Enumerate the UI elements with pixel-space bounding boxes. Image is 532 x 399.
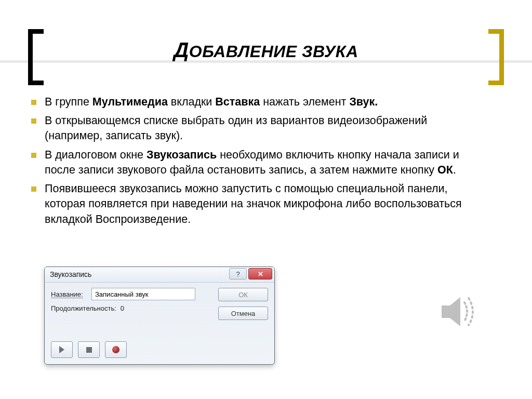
- close-button[interactable]: ✕: [248, 268, 272, 280]
- record-button[interactable]: [105, 341, 127, 358]
- dialog-title: Звукозапись: [50, 270, 91, 278]
- name-label: Название:: [51, 290, 91, 298]
- duration-label: Продолжительность:: [51, 304, 116, 312]
- bullet-item: В диалоговом окне Звукозапись необходимо…: [29, 148, 486, 178]
- speaker-icon: [432, 286, 484, 338]
- record-icon: [112, 346, 119, 353]
- sound-record-dialog: Звукозапись ? ✕ Название: Продолжительно…: [44, 267, 275, 365]
- duration-value: 0: [121, 304, 124, 312]
- bullet-list: В группе Мультимедиа вкладки Вставка наж…: [29, 95, 486, 231]
- bullet-item: В открывающемся списке выбрать один из в…: [29, 113, 486, 143]
- help-button[interactable]: ?: [229, 268, 247, 280]
- stop-icon: [86, 347, 92, 353]
- name-input[interactable]: [91, 288, 195, 300]
- bullet-item: В группе Мультимедиа вкладки Вставка наж…: [29, 95, 486, 110]
- play-icon: [59, 346, 64, 353]
- bullet-item: Появившееся звукозапись можно запустить …: [29, 181, 486, 227]
- slide-title: ДОБАВЛЕНИЕ ЗВУКА: [0, 38, 532, 62]
- ok-button[interactable]: ОК: [218, 288, 268, 301]
- question-icon: ?: [236, 270, 240, 278]
- play-button[interactable]: [51, 341, 73, 358]
- dialog-titlebar[interactable]: Звукозапись ? ✕: [45, 267, 274, 283]
- svg-marker-0: [442, 297, 460, 326]
- stop-button[interactable]: [78, 341, 100, 358]
- close-icon: ✕: [258, 270, 263, 278]
- cancel-button[interactable]: Отмена: [218, 307, 268, 320]
